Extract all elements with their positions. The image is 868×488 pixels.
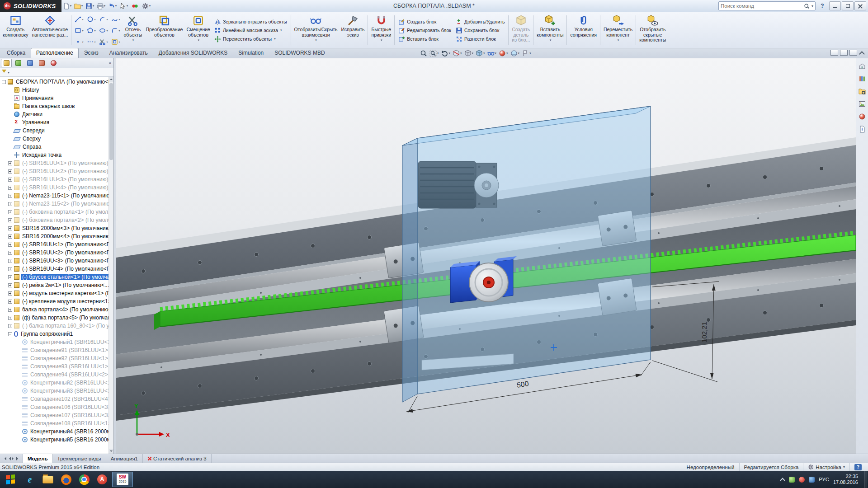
tab-animation[interactable]: Анимация1 [106,454,143,463]
tray-icon-blue[interactable] [809,477,815,483]
convert-entities-button[interactable]: Преобразованиеобъектов [144,13,184,47]
collapse-icon[interactable] [2,80,6,84]
start-button[interactable] [0,471,21,488]
tree-item-component[interactable]: (-) боковина портала<2> (По умолч [0,216,113,224]
status-help[interactable]: ? [849,463,866,471]
tree-item-component[interactable]: (-) SBR16UU<2> (По умолчанию<Г [0,249,113,257]
make-block-button[interactable]: Создать блок [396,18,453,26]
portal-plate-transparent[interactable] [402,106,651,402]
expand-icon[interactable] [8,178,12,182]
display-relations-button[interactable]: Отобразить/Скрытьвзаимосвязи [292,13,340,47]
tab-dimxpert[interactable] [36,59,47,67]
tree-item-mate[interactable]: Концентричный2 (SBR16LUU<1>, [0,379,113,387]
edit-block-button[interactable]: Редактировать блок [396,27,453,34]
expand-icon[interactable] [8,243,12,247]
explode-block-button[interactable]: Разнести блок [453,35,507,43]
sketch-polygon-button[interactable] [85,25,97,36]
expand-icon[interactable] [8,300,12,304]
options-button[interactable] [141,1,152,11]
document-window-button-3[interactable] [849,50,857,56]
file-explorer-button[interactable] [858,86,867,96]
tree-item-component[interactable]: (-) SBR16LUU<2> (По умолчанию) [0,167,113,175]
tree-item-component[interactable]: (-) SBR16UU<1> (По умолчанию<Г [0,240,113,249]
design-library-button[interactable] [858,74,867,83]
tree-item-right-plane[interactable]: Справа [0,143,113,151]
minimize-button[interactable] [829,1,841,10]
tray-icon-green[interactable] [789,477,795,483]
tree-item-mate[interactable]: Совпадение106 (SBR16LUU<3>,бо [0,403,113,411]
expand-icon[interactable] [8,308,12,312]
previous-view-button[interactable] [441,49,451,57]
show-desktop-button[interactable] [864,471,867,488]
mate-button[interactable]: Условиясопряжения [568,13,599,47]
hide-show-items-button[interactable] [487,49,497,57]
tab-mbd[interactable]: SOLIDWORKS MBD [269,48,330,58]
add-remove-button[interactable]: Добавить/Удалить [453,18,507,26]
expand-icon[interactable] [8,194,12,198]
sketch-trim-button[interactable] [97,36,109,47]
tree-item-mate[interactable]: Совпадение94 (SBR16LUU<2>,SBR [0,371,113,379]
firefox-button[interactable] [57,471,75,488]
3d-scene[interactable]: 500 102,21 [116,58,856,454]
rebuild-button[interactable] [130,1,141,11]
open-button[interactable] [73,1,84,11]
quick-snaps-button[interactable]: Быстрыепривязки [369,13,393,47]
tree-item-component[interactable]: (-) SBR16UU<3> (По умолчанию<Г [0,257,113,265]
tree-item-mate[interactable]: Совпадение91 (SBR16LUU<1>,SBR [0,346,113,354]
previous-tab-icon[interactable] [7,457,11,460]
tree-item-mate[interactable]: Концентричный4 (SBR16 2000мм [0,427,113,436]
move-entities-button[interactable]: Переместить объекты [212,35,289,43]
first-tab-icon[interactable] [3,457,6,460]
solidworks-taskbar-button[interactable]: SW2015 [112,472,133,487]
tree-item-component[interactable]: балка портала<4> (По умолчанию< [0,305,113,314]
edit-appearance-button[interactable] [498,49,509,57]
tab-sketch[interactable]: Эскиз [79,48,104,58]
expand-icon[interactable] [8,251,12,255]
trim-entities-button[interactable]: Отсечьобъекты [122,13,144,47]
expand-icon[interactable] [8,291,12,296]
create-layout-button[interactable]: Создатькомпоновку [1,13,30,47]
command-search[interactable]: ▾ [718,1,816,10]
expand-icon[interactable] [8,161,12,165]
tree-item-component[interactable]: SBR16 2000мм<4> (По умолчанию< [0,232,113,240]
tree-item-mate[interactable]: Совпадение108 (SBR16LUU<1>,бо [0,419,113,427]
expand-icon[interactable] [8,324,12,328]
expand-icon[interactable] [8,226,12,230]
tree-scrollbar[interactable] [108,77,113,454]
panel-overflow-icon[interactable] [108,61,113,66]
sketch-arc-button[interactable] [97,14,109,25]
sketch-offset-button[interactable] [109,36,122,47]
tab-static-study[interactable]: Статический анализ 3 [143,454,212,463]
solidworks-resources-button[interactable] [858,61,867,70]
insert-components-button[interactable]: Вставитькомпоненты [535,13,565,47]
show-hidden-components-button[interactable]: Отобразитьскрытыекомпоненты [637,13,668,47]
expand-icon[interactable] [8,202,12,206]
tray-expand-icon[interactable] [780,477,785,482]
sketch-ellipse-button[interactable] [97,25,109,36]
collapse-ribbon-icon[interactable] [859,50,864,56]
tree-item-equations[interactable]: Уравнения [0,118,113,127]
linear-pattern-button[interactable]: Линейный массив эскиза [212,27,289,34]
tab-simulation[interactable]: Simulation [233,48,269,58]
tree-item-component[interactable]: (-) Nema23-115<1> (По умолчанию< [0,192,113,200]
move-component-button[interactable]: Переместитькомпонент [602,13,634,47]
tree-item-component[interactable]: (-) SBR16UU<4> (По умолчанию<Г [0,265,113,273]
tree-item-front-plane[interactable]: Спереди [0,127,113,135]
tree-item-selected-component[interactable]: (-) брусок стальной<1> (По умолча [0,273,113,281]
graphics-area[interactable]: 500 102,21 [116,58,856,454]
file-explorer-button[interactable] [39,471,57,488]
expand-icon[interactable] [8,235,12,239]
auto-dimension-button[interactable]: Автоматическоенанесение раз... [30,13,70,47]
tree-item-mate[interactable]: Совпадение102 (SBR16LUU<4>,бо [0,395,113,403]
tree-item-root[interactable]: СБОРКА ПОРТАЛА (По умолчанию<П [0,78,113,86]
tab-assembly[interactable]: Сборка [1,48,31,58]
new-document-button[interactable] [62,1,73,11]
zoom-area-button[interactable] [429,49,439,57]
document-window-button-1[interactable] [830,50,838,56]
save-block-button[interactable]: Сохранить блок [453,27,507,34]
document-window-button-2[interactable] [840,50,848,56]
mirror-entities-button[interactable]: Зеркально отразить объекты [212,18,289,26]
apply-scene-button[interactable] [510,49,520,57]
tree-item-component[interactable]: (-) крепление модуля шестерни<1> [0,297,113,305]
tree-item-mate[interactable]: Концентричный3 (SBR16LUU<3>, [0,387,113,395]
